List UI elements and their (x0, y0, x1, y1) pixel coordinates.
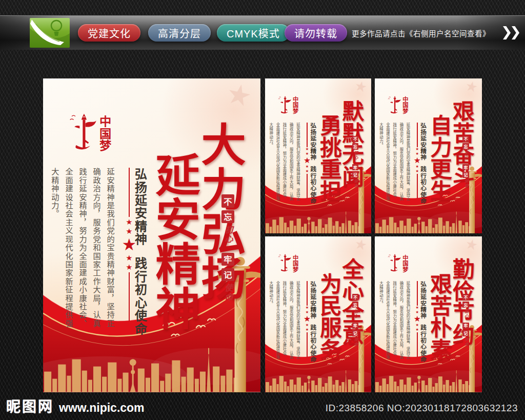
double-chevron-right-icon[interactable] (503, 26, 519, 39)
china-dream-text: 中国梦 (98, 115, 110, 151)
china-dream-text: 中国梦 (401, 255, 408, 272)
top-banner: 党建文化 高清分层 CMYK模式 请勿转载 更多作品请点击《右侧用户名空间查看》 (0, 15, 525, 50)
ribbon-figure-icon (388, 251, 401, 274)
poster-thrift-plainness[interactable]: ★ 中国梦 勤俭节约 艰苦朴素 ★★★★★ 弘扬延安精神践行初心使命 延安精神是… (375, 236, 482, 392)
seal-stamps: 不忘初心 牢记使命 (221, 194, 234, 302)
poster-title-line2: 延安精神 (150, 152, 197, 331)
china-dream-logo: 中国梦 (278, 93, 298, 116)
seal-stamps: 不忘初心 牢记使命 (462, 294, 469, 346)
badge-no-reprint[interactable]: 请勿转载 (285, 24, 347, 42)
poster-main-yanan-spirit[interactable]: ★ 中国梦 大力弘扬 延安精神 ★★★★★ 弘扬延安精神践行初心使命 延安精神是… (43, 78, 260, 392)
coreldraw-logo (30, 18, 70, 48)
artwork-id-text: ID:23858206 NO:20230118172803632123 (326, 403, 518, 414)
china-dream-text: 中国梦 (292, 255, 298, 272)
badge-cmyk-mode[interactable]: CMYK模式 (217, 24, 290, 42)
china-dream-logo: 中国梦 (69, 108, 110, 156)
poster-title-line2: 为民服务 (317, 273, 340, 360)
poster-title-line2: 自力更生 (427, 114, 450, 202)
poster-silent-dedication[interactable]: ★ 中国梦 默默无闻 勇挑重担 ★★★★★ 弘扬延安精神践行初心使命 延安精神是… (265, 78, 371, 233)
poster-title-line2: 勇挑重担 (317, 114, 340, 202)
poster-title-line1: 大力弘扬 (195, 122, 243, 301)
badge-hd-layered[interactable]: 高清分层 (148, 24, 211, 42)
more-works-link[interactable]: 更多作品请点击《右侧用户名空间查看》 (352, 16, 490, 50)
poster-title-line1: 勤俭节约 (450, 258, 473, 345)
site-url: www.nipic.com (59, 401, 145, 415)
poster-body-text: 延安精神是我们党的宝贵精神财富，坚持正确政治方向，服务党和国家工作大局，认真践行… (378, 123, 411, 202)
poster-body-text: 延安精神是我们党的宝贵精神财富，坚持正确政治方向，服务党和国家工作大局，认真践行… (268, 123, 301, 202)
china-dream-logo: 中国梦 (388, 93, 408, 116)
badge-party-culture[interactable]: 党建文化 (78, 24, 140, 42)
site-name: 昵图网 (6, 395, 54, 416)
poster-subtitle: 弘扬延安精神践行初心使命 (309, 123, 315, 204)
ribbon-figure-icon (278, 251, 292, 274)
faint-star-decoration: ★ (224, 79, 254, 112)
seal-stamps: 不忘初心 牢记使命 (352, 294, 358, 346)
poster-title-line2: 艰苦朴素 (427, 273, 450, 360)
poster-subtitle: 弘扬延安精神践行初心使命 (419, 281, 426, 363)
faint-star-decoration: ★ (353, 79, 368, 95)
ribbon-figure-icon (278, 93, 292, 116)
poster-title-line1: 默默无闻 (339, 100, 362, 187)
watermark-footer: 昵图网 www.nipic.com ID:23858206 NO:2023011… (0, 392, 525, 420)
poster-hard-struggle[interactable]: ★ 中国梦 艰苦奋斗 自力更生 ★★★★★ 弘扬延安精神践行初心使命 延安精神是… (375, 78, 482, 233)
poster-subtitle: 弘扬延安精神践行初心使命 (133, 168, 146, 335)
china-dream-logo: 中国梦 (278, 251, 298, 274)
poster-body-text: 延安精神是我们党的宝贵精神财富，坚持正确政治方向，服务党和国家工作大局，认真践行… (268, 281, 301, 361)
poster-title-line1: 全心全意 (339, 258, 362, 345)
ribbon-figure-icon (69, 108, 97, 156)
poster-body-text: 延安精神是我们党的宝贵精神财富，坚持正确政治方向，服务党和国家工作大局，认真践行… (50, 168, 117, 328)
poster-serve-people[interactable]: ★ 中国梦 全心全意 为民服务 ★★★★★ 弘扬延安精神践行初心使命 延安精神是… (265, 236, 371, 392)
poster-body-text: 延安精神是我们党的宝贵精神财富，坚持正确政治方向，服务党和国家工作大局，认真践行… (378, 281, 411, 361)
nipic-artwork-preview: 党建文化 高清分层 CMYK模式 请勿转载 更多作品请点击《右侧用户名空间查看》… (0, 0, 525, 420)
china-dream-logo: 中国梦 (388, 251, 408, 274)
china-dream-text: 中国梦 (292, 96, 298, 114)
faint-star-decoration: ★ (353, 237, 368, 253)
faint-star-decoration: ★ (464, 79, 479, 95)
poster-subtitle: 弘扬延安精神践行初心使命 (419, 123, 426, 204)
faint-star-decoration: ★ (464, 237, 479, 253)
poster-title-line1: 艰苦奋斗 (450, 100, 473, 187)
ribbon-figure-icon (388, 93, 401, 116)
china-dream-text: 中国梦 (401, 96, 408, 114)
poster-subtitle: 弘扬延安精神践行初心使命 (309, 281, 315, 363)
site-logo: 昵图网 www.nipic.com (6, 395, 145, 416)
seal-stamps: 不忘初心 牢记使命 (462, 136, 469, 188)
seal-stamps: 不忘初心 牢记使命 (352, 136, 358, 188)
